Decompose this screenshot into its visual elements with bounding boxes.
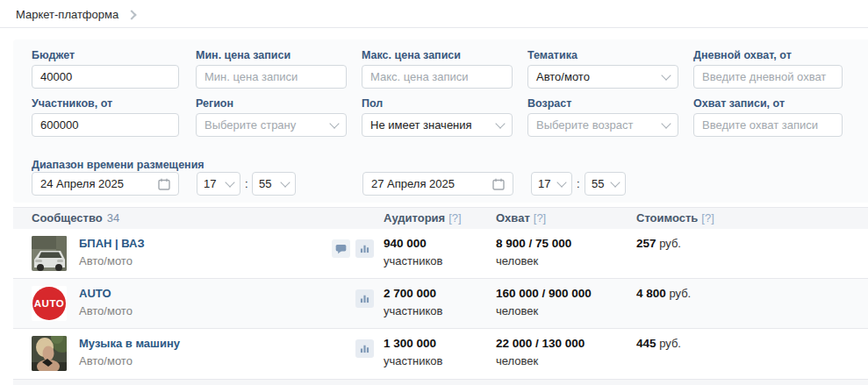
audience-column-header: Аудитория[?] [384,208,462,229]
end-minute-value: 55 [592,177,604,190]
community-count: 34 [107,211,119,225]
table-row: AUTO AUTO Авто/мото 2 700 000 участников… [13,278,868,328]
stats-chart-icon[interactable] [355,239,374,258]
cost-unit: руб. [669,287,691,300]
stats-chart-icon[interactable] [355,289,374,308]
chevron-down-icon [495,118,505,128]
avatar-text: AUTO [34,298,64,309]
audience-unit: участников [384,304,442,317]
end-minute-select[interactable]: 55 [585,172,626,196]
community-name-link[interactable]: Музыка в машину [79,337,180,350]
audience-unit: участников [384,254,442,267]
end-hour-select[interactable]: 17 [531,172,572,196]
age-select-value: Выберите возраст [536,118,633,132]
age-select[interactable]: Выберите возраст [527,113,678,137]
table-row: Музыка в машину Авто/мото 1 300 000 учас… [13,328,868,378]
cost-column-header: Стоимость[?] [636,208,714,229]
table-header: Сообщество34 Аудитория[?] Охват[?] Стоим… [13,207,868,230]
theme-select[interactable]: Авто/мото [527,65,678,89]
community-avatar[interactable] [32,236,67,271]
chevron-down-icon [610,177,620,187]
message-icon[interactable] [332,239,350,258]
cost-number: 445 [636,337,656,350]
car-photo [32,236,67,271]
chevron-down-icon [280,177,290,187]
reach-help-icon[interactable]: [?] [534,211,546,225]
breadcrumb: Маркет-платформа [16,8,135,21]
community-category: Авто/мото [79,354,133,367]
min-price-label: Мин. цена записи [196,49,291,61]
cost-header-label: Стоимость [636,211,698,225]
cost-number: 257 [636,237,656,250]
min-price-input[interactable] [196,65,347,89]
time-colon: : [245,177,248,190]
reach-value: 160 000 / 900 000 [496,287,592,300]
community-category: Авто/мото [79,254,133,267]
gender-select[interactable]: Не имеет значения [362,113,513,137]
chevron-right-icon [127,10,137,19]
end-hour-value: 17 [538,177,550,190]
region-select-value: Выберите страну [204,118,296,132]
reach-unit: человек [496,304,538,317]
max-price-label: Макс. цена записи [362,49,461,61]
next-row-partial [13,379,868,385]
community-column-header: Сообщество34 [32,208,119,229]
members-from-input[interactable] [32,113,179,137]
table-row: БПАН | ВАЗ Авто/мото 940 000 участников … [13,229,868,278]
daily-reach-input[interactable] [693,65,843,89]
cost-value: 257 руб. [636,237,681,250]
start-date-picker[interactable]: 24 Апреля 2025 [32,172,179,196]
woman-photo [32,336,67,371]
reach-header-label: Охват [496,211,530,225]
community-category: Авто/мото [79,304,133,317]
gender-label: Пол [362,97,383,110]
end-date-picker[interactable]: 27 Апреля 2025 [362,172,513,196]
stats-chart-icon[interactable] [355,339,374,358]
reach-unit: человек [496,354,538,367]
region-select[interactable]: Выберите страну [196,113,347,137]
community-avatar[interactable] [32,336,67,371]
theme-label: Тематика [527,49,577,61]
reach-unit: человек [496,254,538,267]
breadcrumb-market-platform[interactable]: Маркет-платформа [16,8,118,21]
cost-number: 4 800 [636,287,666,300]
audience-value: 1 300 000 [384,337,436,350]
community-name-link[interactable]: AUTO [79,287,111,300]
cost-help-icon[interactable]: [?] [701,211,714,225]
start-hour-value: 17 [204,177,216,190]
calendar-icon [492,178,505,190]
chevron-down-icon [225,177,234,187]
post-reach-label: Охват записи, от [693,97,785,110]
community-name-link[interactable]: БПАН | ВАЗ [79,237,145,250]
region-label: Регион [196,97,233,110]
community-avatar[interactable]: AUTO [32,286,67,321]
chevron-down-icon [661,70,671,80]
gender-select-value: Не имеет значения [370,118,472,132]
cost-unit: руб. [659,237,681,250]
calendar-icon [158,178,170,190]
audience-help-icon[interactable]: [?] [448,211,461,225]
reach-value: 22 000 / 130 000 [496,337,585,350]
post-reach-input[interactable] [693,113,843,137]
filters-panel: Бюджет Мин. цена записи Макс. цена запис… [13,39,868,203]
start-date-value: 24 Апреля 2025 [40,177,124,190]
reach-value: 8 900 / 75 000 [496,237,571,250]
max-price-input[interactable] [362,65,513,89]
end-date-value: 27 Апреля 2025 [371,177,455,190]
age-label: Возраст [527,97,571,110]
community-header-label: Сообщество [32,211,103,225]
chevron-down-icon [661,118,671,128]
auto-logo: AUTO [32,287,66,320]
budget-input[interactable] [32,65,179,89]
cost-value: 445 руб. [636,337,681,350]
audience-value: 2 700 000 [384,287,436,300]
start-minute-value: 55 [259,177,271,190]
chevron-down-icon [329,118,339,128]
chevron-down-icon [556,177,566,187]
start-minute-select[interactable]: 55 [252,172,296,196]
cost-value: 4 800 руб. [636,287,691,300]
daily-reach-label: Дневной охват, от [693,49,792,61]
start-hour-select[interactable]: 17 [197,172,240,196]
community-table: БПАН | ВАЗ Авто/мото 940 000 участников … [13,229,868,378]
time-colon: : [577,177,580,190]
